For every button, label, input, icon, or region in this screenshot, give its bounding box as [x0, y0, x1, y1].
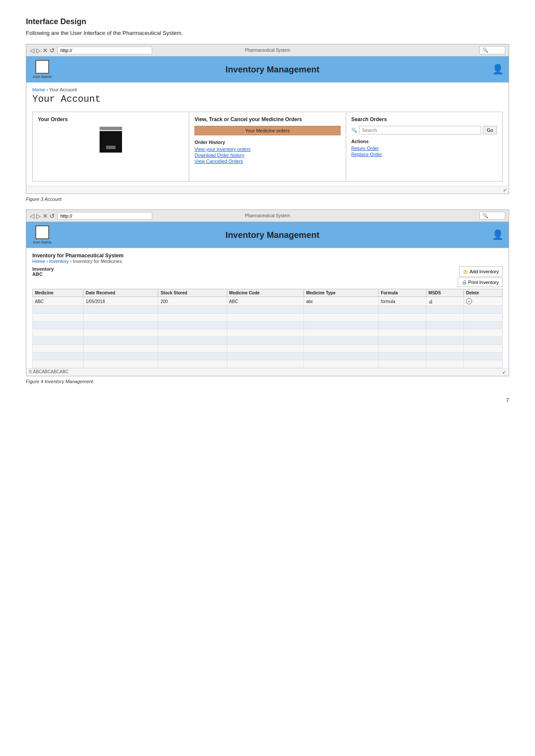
nav-refresh-btn-4[interactable]: ↺ — [50, 212, 55, 219]
table-row: ABC1/05/2018200ABCabcformula🖨− — [33, 297, 503, 306]
msds-print-icon[interactable]: 🖨 — [429, 299, 433, 304]
table-cell-empty — [464, 314, 503, 322]
table-cell-empty — [83, 329, 158, 337]
print-inventory-label: Print Inventory — [468, 280, 499, 285]
url-bar-3[interactable] — [57, 47, 152, 54]
view-cancelled-orders-link[interactable]: View Cancelled Orders — [194, 159, 340, 164]
nav-refresh-btn-3[interactable]: ↺ — [50, 47, 55, 54]
col-date-received: Date Received — [83, 289, 158, 297]
print-inventory-button[interactable]: 🖨 Print Inventory — [458, 278, 503, 287]
col-msds: MSDS — [426, 289, 463, 297]
delete-icon[interactable]: − — [466, 298, 472, 304]
table-cell-empty — [83, 360, 158, 368]
table-row-empty — [33, 306, 503, 314]
table-cell-empty — [304, 360, 379, 368]
table-row-empty — [33, 329, 503, 337]
table-cell-empty — [33, 306, 84, 314]
your-orders-col: Your Orders — [33, 112, 189, 181]
inventory-table: Medicine Date Received Stock Stored Medi… — [32, 289, 503, 368]
table-cell: 200 — [158, 297, 227, 306]
add-inventory-label: Add Inventory — [469, 269, 499, 274]
nav-forward-btn-3[interactable]: ▷ — [36, 47, 41, 54]
col-medicine: Medicine — [33, 289, 84, 297]
search-icon-4: 🔍 — [482, 213, 488, 219]
download-order-history-link[interactable]: Download Order history — [194, 153, 340, 158]
medicine-orders-col: View, Track or Cancel your Medicine Orde… — [189, 112, 346, 181]
browser-title-4: Pharmaceutical System — [245, 213, 290, 218]
medicine-orders-btn[interactable]: Your Medicine orders — [194, 126, 340, 135]
search-orders-title: Search Orders — [351, 116, 497, 122]
inv-breadcrumb-current: Inventory for Medicines — [73, 259, 122, 264]
view-inventory-orders-link[interactable]: View your inventory orders — [194, 147, 340, 152]
order-history-title: Order History — [194, 140, 340, 145]
search-icon-3: 🔍 — [482, 47, 488, 53]
table-cell-empty — [33, 353, 84, 360]
return-order-link[interactable]: Return Order — [351, 146, 497, 151]
table-cell-empty — [426, 360, 463, 368]
table-cell-empty — [304, 322, 379, 329]
go-button[interactable]: Go — [483, 126, 497, 134]
table-cell: 1/05/2018 — [83, 297, 158, 306]
table-header-row: Medicine Date Received Stock Stored Medi… — [33, 289, 503, 297]
page-title: Interface Design — [26, 17, 509, 26]
user-icon-4[interactable]: 👤 — [492, 229, 504, 241]
replace-order-link[interactable]: Replace Order — [351, 152, 497, 157]
table-cell-empty — [304, 337, 379, 345]
app-header-title-3: Inventory Management — [58, 65, 487, 75]
table-cell-empty — [426, 322, 463, 329]
inventory-label: InventoryABC — [32, 266, 54, 277]
table-cell-empty — [158, 353, 227, 360]
table-cell-empty — [227, 314, 304, 322]
table-cell-empty — [83, 314, 158, 322]
table-cell-empty — [227, 360, 304, 368]
user-icon-3[interactable]: 👤 — [492, 64, 504, 75]
table-cell-empty — [304, 345, 379, 353]
url-bar-4[interactable] — [57, 212, 152, 220]
nav-forward-btn-4[interactable]: ▷ — [36, 212, 41, 219]
nav-back-btn-4[interactable]: ◁ — [30, 212, 34, 219]
inv-breadcrumb-inv[interactable]: Inventory — [49, 259, 69, 264]
table-row-empty — [33, 314, 503, 322]
table-cell-empty — [379, 337, 426, 345]
search-row-3: 🔍 Go — [351, 126, 497, 134]
breadcrumb-home-3[interactable]: Home — [32, 87, 45, 92]
search-orders-input[interactable] — [359, 126, 482, 134]
table-cell-empty — [379, 322, 426, 329]
browser-search-4[interactable]: 🔍 — [479, 212, 505, 220]
table-cell-empty — [304, 314, 379, 322]
app-icon-area-4: Icon Name — [31, 225, 53, 244]
add-inventory-button[interactable]: ⊕ Add Inventory — [459, 266, 503, 277]
table-cell-empty — [426, 329, 463, 337]
medicine-orders-title: View, Track or Cancel your Medicine Orde… — [194, 116, 340, 122]
scroll-indicator-4: ↙ — [502, 369, 506, 375]
table-cell-empty — [304, 329, 379, 337]
table-cell-empty — [158, 345, 227, 353]
table-cell-empty — [83, 306, 158, 314]
browser-toolbar-4: Pharmaceutical System ◁ ▷ ✕ ↺ 🔍 — [26, 210, 509, 222]
nav-back-btn-3[interactable]: ◁ — [30, 47, 34, 54]
table-cell-empty — [158, 322, 227, 329]
page-number: 7 — [26, 397, 509, 403]
table-cell-empty — [426, 353, 463, 360]
table-cell: ABC — [33, 297, 84, 306]
table-cell-empty — [379, 353, 426, 360]
inventory-actions: ⊕ Add Inventory 🖨 Print Inventory — [458, 266, 503, 287]
table-cell-empty — [227, 353, 304, 360]
table-cell-empty — [379, 314, 426, 322]
search-orders-col: Search Orders 🔍 Go Actions Return Order … — [346, 112, 502, 181]
nav-stop-btn-4[interactable]: ✕ — [43, 212, 48, 219]
browser-title-3: Pharmaceutical System — [245, 48, 290, 53]
table-cell: − — [464, 297, 503, 306]
browser-search-3[interactable]: 🔍 — [479, 46, 505, 54]
table-cell-empty — [33, 345, 84, 353]
nav-stop-btn-3[interactable]: ✕ — [43, 47, 48, 54]
inv-label-actions: InventoryABC ⊕ Add Inventory 🖨 Print Inv… — [32, 266, 503, 287]
table-cell-empty — [158, 360, 227, 368]
table-cell-empty — [464, 322, 503, 329]
inv-breadcrumb: Home › Inventory › Inventory for Medicin… — [32, 259, 503, 264]
app-icon-box-3 — [35, 60, 49, 74]
print-inventory-icon: 🖨 — [462, 279, 467, 285]
inv-breadcrumb-home[interactable]: Home — [32, 259, 45, 264]
table-cell-empty — [304, 306, 379, 314]
table-row-empty — [33, 322, 503, 329]
